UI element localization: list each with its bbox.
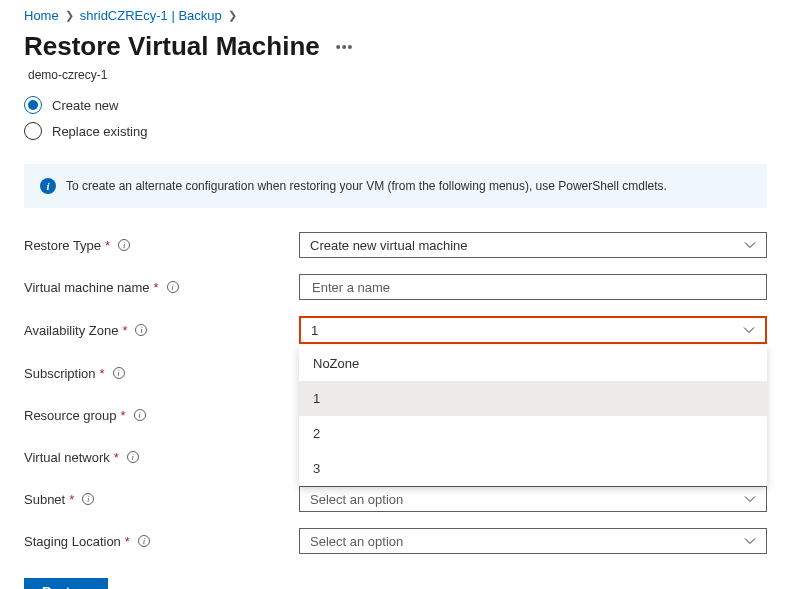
select-value: Select an option — [310, 534, 403, 549]
field-label: Availability Zone — [24, 323, 118, 338]
field-label: Subscription — [24, 366, 96, 381]
restore-button[interactable]: Restore — [24, 578, 108, 589]
chevron-right-icon: ❯ — [228, 9, 237, 22]
field-label: Virtual network — [24, 450, 110, 465]
info-icon[interactable]: i — [127, 451, 139, 463]
radio-icon — [24, 96, 42, 114]
dropdown-option-3[interactable]: 3 — [299, 451, 767, 486]
info-banner: i To create an alternate configuration w… — [24, 164, 767, 208]
required-indicator: * — [100, 366, 105, 381]
info-icon[interactable]: i — [134, 409, 146, 421]
field-availability-zone: Availability Zone * i 1 NoZone 1 2 3 — [24, 316, 767, 344]
radio-replace-existing[interactable]: Replace existing — [24, 122, 767, 140]
availability-zone-dropdown: NoZone 1 2 3 — [299, 346, 767, 486]
info-icon[interactable]: i — [113, 367, 125, 379]
vm-name-input[interactable] — [310, 279, 756, 296]
required-indicator: * — [122, 323, 127, 338]
radio-create-new[interactable]: Create new — [24, 96, 767, 114]
footer: Restore — [24, 578, 767, 589]
field-label: Staging Location — [24, 534, 121, 549]
radio-label: Replace existing — [52, 124, 147, 139]
subnet-select[interactable]: Select an option — [299, 486, 767, 512]
field-staging-location: Staging Location * i Select an option — [24, 528, 767, 554]
required-indicator: * — [121, 408, 126, 423]
field-vm-name: Virtual machine name * i — [24, 274, 767, 300]
required-indicator: * — [69, 492, 74, 507]
required-indicator: * — [125, 534, 130, 549]
restore-mode-radio-group: Create new Replace existing — [24, 96, 767, 140]
page-subtitle: demo-czrecy-1 — [28, 68, 767, 82]
required-indicator: * — [105, 238, 110, 253]
select-value: Create new virtual machine — [310, 238, 468, 253]
info-text: To create an alternate configuration whe… — [66, 179, 667, 193]
info-icon[interactable]: i — [138, 535, 150, 547]
required-indicator: * — [114, 450, 119, 465]
vm-name-input-wrapper — [299, 274, 767, 300]
chevron-down-icon — [743, 324, 755, 336]
staging-location-select[interactable]: Select an option — [299, 528, 767, 554]
info-icon[interactable]: i — [135, 324, 147, 336]
dropdown-option-2[interactable]: 2 — [299, 416, 767, 451]
radio-icon — [24, 122, 42, 140]
breadcrumb-item[interactable]: shridCZREcy-1 | Backup — [80, 8, 222, 23]
dropdown-option-nozone[interactable]: NoZone — [299, 346, 767, 381]
chevron-down-icon — [744, 493, 756, 505]
required-indicator: * — [154, 280, 159, 295]
field-label: Subnet — [24, 492, 65, 507]
info-icon[interactable]: i — [167, 281, 179, 293]
field-label: Restore Type — [24, 238, 101, 253]
availability-zone-select[interactable]: 1 — [299, 316, 767, 344]
field-subnet: Subnet * i Select an option — [24, 486, 767, 512]
field-restore-type: Restore Type * i Create new virtual mach… — [24, 232, 767, 258]
info-icon: i — [40, 178, 56, 194]
info-icon[interactable]: i — [118, 239, 130, 251]
dropdown-option-1[interactable]: 1 — [299, 381, 767, 416]
radio-label: Create new — [52, 98, 118, 113]
chevron-right-icon: ❯ — [65, 9, 74, 22]
breadcrumb: Home ❯ shridCZREcy-1 | Backup ❯ — [24, 0, 767, 27]
field-label: Resource group — [24, 408, 117, 423]
field-label: Virtual machine name — [24, 280, 150, 295]
more-icon[interactable]: ••• — [336, 39, 354, 55]
restore-type-select[interactable]: Create new virtual machine — [299, 232, 767, 258]
breadcrumb-home[interactable]: Home — [24, 8, 59, 23]
page-title: Restore Virtual Machine — [24, 31, 320, 62]
select-value: Select an option — [310, 492, 403, 507]
chevron-down-icon — [744, 535, 756, 547]
info-icon[interactable]: i — [82, 493, 94, 505]
chevron-down-icon — [744, 239, 756, 251]
select-value: 1 — [311, 323, 318, 338]
